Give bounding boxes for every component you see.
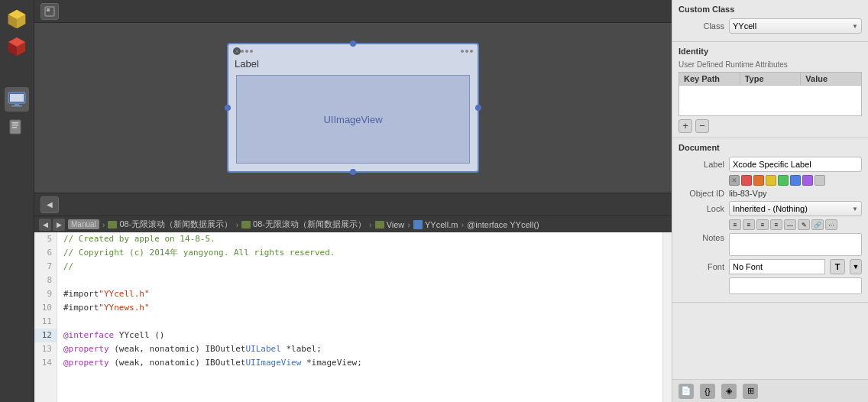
svg-rect-13 xyxy=(12,122,18,124)
document-label-row: Label xyxy=(679,157,862,172)
code-line-9: #import "YYcell.h" xyxy=(63,287,656,301)
label-input[interactable] xyxy=(729,157,862,172)
lock-dropdown[interactable]: Inherited - (Nothing) ▼ xyxy=(729,201,862,216)
object-id-row: Object ID lib-83-Vpy xyxy=(679,189,862,198)
notes-textarea[interactable] xyxy=(729,233,862,256)
swatch-purple[interactable] xyxy=(802,175,813,186)
remove-attr-button[interactable]: − xyxy=(695,119,709,133)
color-row: ✕ xyxy=(679,175,862,186)
code-line-5: // Created by apple on 14-8-5. xyxy=(63,232,656,246)
anchor-top xyxy=(350,41,356,47)
cube-icon-1[interactable] xyxy=(5,6,29,31)
right-panel: Custom Class Class YYcell ▼ Identity Use… xyxy=(672,0,868,402)
cube-icon-2[interactable] xyxy=(5,34,29,58)
notes-toolbar: ≡ ≡ ≡ ≡ — ✎ 🔗 ⋯ xyxy=(729,219,862,230)
add-remove-buttons: + − xyxy=(679,119,862,133)
align-left-btn[interactable]: ≡ xyxy=(729,219,741,230)
swatch-yellow[interactable] xyxy=(766,175,776,186)
line-num-14: 14 xyxy=(34,356,57,370)
line-num-13: 13 xyxy=(34,342,57,356)
code-line-8 xyxy=(63,274,656,287)
code-line-6: // Copyright (c) 2014年 yangyong. All rig… xyxy=(63,246,656,260)
svg-rect-11 xyxy=(11,105,22,107)
font-stepper[interactable]: ▼ xyxy=(850,259,862,274)
notes-row: Notes ≡ ≡ ≡ ≡ — ✎ 🔗 ⋯ xyxy=(679,219,862,256)
file-add-icon[interactable]: 📄 xyxy=(679,384,694,399)
font-extra-area[interactable] xyxy=(729,277,862,294)
canvas-zoom-btn[interactable] xyxy=(40,3,59,20)
add-attr-button[interactable]: + xyxy=(679,119,692,133)
breadcrumb-view[interactable]: View xyxy=(375,220,405,229)
breadcrumb-interface[interactable]: @interface YYcell() xyxy=(467,220,539,229)
color-close[interactable]: ✕ xyxy=(729,175,740,186)
page-icon[interactable] xyxy=(5,115,29,139)
swatch-red[interactable] xyxy=(741,175,752,186)
grid-icon[interactable]: ⊞ xyxy=(743,384,758,399)
file-icon xyxy=(413,220,423,229)
nav-arrows: ◀ ▶ xyxy=(39,219,65,231)
scrollbar[interactable] xyxy=(662,232,672,402)
lock-label: Lock xyxy=(679,204,724,213)
font-T-button[interactable]: T xyxy=(830,259,845,274)
svg-rect-9 xyxy=(10,94,24,102)
line-num-6: 6 xyxy=(34,246,57,260)
swatch-green[interactable] xyxy=(778,175,789,186)
dropdown-arrow: ▼ xyxy=(852,23,858,30)
align-justify-btn[interactable]: ≡ xyxy=(770,219,782,230)
ios-imageview[interactable]: UIImageView xyxy=(236,75,470,164)
line-num-7: 7 xyxy=(34,260,57,274)
table-header: Key Path Type Value xyxy=(679,72,862,86)
runtime-attrs-title: User Defined Runtime Attributes xyxy=(679,60,862,69)
document-section: Document Label ✕ xyxy=(672,138,868,303)
canvas-area: ✕ Label UIImageView xyxy=(34,0,672,402)
svg-rect-17 xyxy=(47,8,50,11)
lock-dropdown-arrow: ▼ xyxy=(852,206,858,212)
font-display: No Font xyxy=(729,259,825,274)
nav-back[interactable]: ◀ xyxy=(39,219,51,231)
swatch-orange[interactable] xyxy=(753,175,764,186)
code-line-14: @property (weak, nonatomic) IBOutlet UII… xyxy=(63,356,656,370)
text-dash-btn[interactable]: — xyxy=(784,219,796,230)
notes-label: Notes xyxy=(679,233,724,242)
edit-btn[interactable]: ✎ xyxy=(798,219,810,230)
document-title: Document xyxy=(679,143,862,152)
line-num-5: 5 xyxy=(34,232,57,246)
custom-class-title: Custom Class xyxy=(679,5,862,14)
cube-small-icon[interactable]: ◈ xyxy=(721,384,737,399)
line-num-11: 11 xyxy=(34,315,57,329)
canvas-nav-btn[interactable]: ◀ xyxy=(40,196,59,213)
more-btn[interactable]: ⋯ xyxy=(825,219,837,230)
runtime-attrs-table xyxy=(679,86,862,116)
font-extra-row xyxy=(679,277,862,294)
class-dropdown[interactable]: YYcell ▼ xyxy=(729,18,862,34)
code-line-7: // xyxy=(63,260,656,274)
breadcrumb-file[interactable]: YYcell.m xyxy=(413,220,458,229)
monitor-icon[interactable] xyxy=(5,87,29,112)
custom-class-section: Custom Class Class YYcell ▼ xyxy=(672,0,868,42)
anchor-left xyxy=(225,105,231,111)
object-id-label: Object ID xyxy=(679,189,724,198)
line-num-8: 8 xyxy=(34,274,57,287)
code-icon[interactable]: {} xyxy=(700,384,715,399)
swatch-gray[interactable] xyxy=(815,175,825,186)
ios-window: ✕ Label UIImageView xyxy=(227,43,479,173)
color-swatches: ✕ xyxy=(729,175,825,186)
code-content[interactable]: // Created by apple on 14-8-5. // Copyri… xyxy=(57,232,662,402)
swatch-blue[interactable] xyxy=(790,175,801,186)
align-right-btn[interactable]: ≡ xyxy=(756,219,769,230)
line-num-12: 12 xyxy=(34,329,57,342)
ios-close-button[interactable]: ✕ xyxy=(233,47,241,55)
class-label: Class xyxy=(679,21,724,31)
col-key-path: Key Path xyxy=(679,73,740,85)
line-num-10: 10 xyxy=(34,301,57,315)
folder-icon-1 xyxy=(108,221,117,229)
align-center-btn[interactable]: ≡ xyxy=(743,219,755,230)
font-label: Font xyxy=(679,262,724,271)
ios-dots-right xyxy=(461,50,473,53)
link-btn[interactable]: 🔗 xyxy=(811,219,824,230)
canvas-toolbar xyxy=(34,0,672,23)
nav-forward[interactable]: ▶ xyxy=(53,219,65,231)
object-id-value: lib-83-Vpy xyxy=(729,189,767,198)
breadcrumb-folder-1[interactable]: 08-无限滚动（新闻数据展示） xyxy=(108,219,232,230)
breadcrumb-folder-2[interactable]: 08-无限滚动（新闻数据展示） xyxy=(241,219,366,230)
